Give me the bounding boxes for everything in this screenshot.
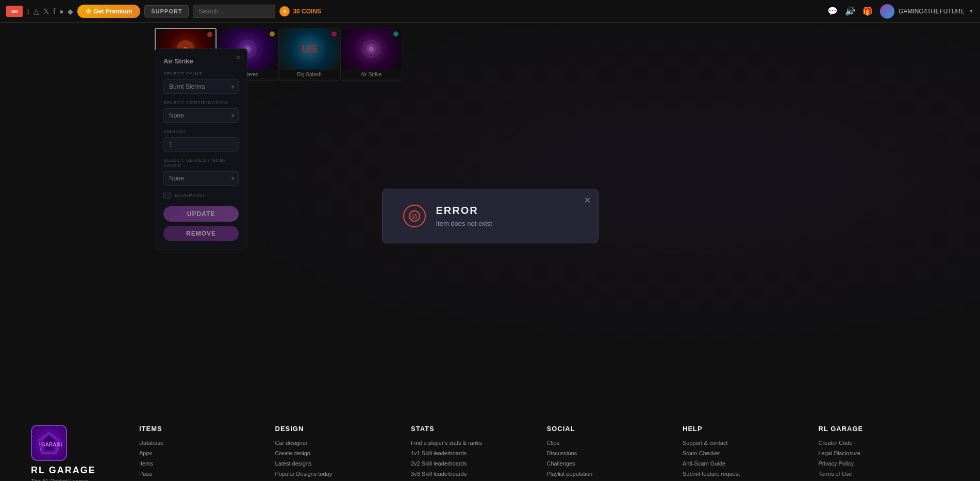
search-input[interactable] [193,5,275,18]
footer-col-rl-garage: RL GARAGECreator CodeLegal DisclosurePri… [813,425,950,481]
error-title: ERROR [436,205,492,217]
footer-brand: GARAGE RL GARAGE The #1 Rocket League 12… [31,425,134,481]
error-text: ERROR Item does not exist [436,205,492,227]
coins-badge[interactable]: ● 30 COINS [279,6,321,16]
footer-link[interactable]: Scam-Checker [683,450,808,456]
footer-link[interactable]: Playlist population [547,471,673,477]
gift-icon[interactable]: 🎁 [862,6,873,16]
footer-link[interactable]: Submit feature request [683,471,808,477]
footer-logo: GARAGE [31,425,67,461]
footer-col-title: STATS [411,425,537,433]
site-logo[interactable]: Sw [6,6,23,17]
footer: GARAGE RL GARAGE The #1 Rocket League 12… [0,409,980,481]
footer-col-title: HELP [683,425,808,433]
footer-col-help: HELPSupport & contactScam-CheckerAnti-Sc… [677,425,813,481]
footer-link[interactable]: Pass [139,471,265,477]
footer-col-title: ITEMS [139,425,265,433]
footer-link[interactable]: Popular Designs today [275,471,401,477]
footer-link[interactable]: Creator Code [819,440,944,446]
get-premium-button[interactable]: ♔ Get Premium [77,5,140,18]
footer-col-social: SOCIALClipsDiscussionsChallengesPlaylist… [542,425,678,481]
footer-link[interactable]: 1v1 Skill leaderboards [411,450,537,456]
footer-link[interactable]: Clips [547,440,673,446]
steam-icon[interactable]: ● [59,7,63,15]
footer-link[interactable]: Items [139,460,265,467]
apple-icon[interactable]:  [27,7,29,15]
footer-col-items: ITEMSDatabaseAppsItemsPassGiveaways [134,425,270,481]
avatar [880,4,894,19]
error-message: Item does not exist [436,220,492,227]
footer-col-title: RL GARAGE [819,425,944,433]
footer-col-title: SOCIAL [547,425,673,433]
error-close-button[interactable]: ✕ [584,195,591,205]
footer-link[interactable]: Create design [275,450,401,456]
footer-link[interactable]: 3v3 Skill leaderboards [411,471,537,477]
footer-link[interactable]: Privacy Policy [819,460,944,467]
svg-text:GARAGE: GARAGE [41,442,62,447]
main-content: Air Strike Shattered US Big Splash [0,23,980,409]
footer-link[interactable]: Anti-Scam Guide [683,460,808,467]
footer-logo-svg: GARAGE [36,430,62,456]
chevron-down-icon: ▼ [969,8,974,14]
footer-link[interactable]: Challenges [547,460,673,467]
nav-right-icons: 💬 🔊 🎁 GAMING4THEFUTURE ▼ [827,4,974,19]
error-overlay: ✕ ⊘ ERROR Item does not exist [0,23,980,409]
footer-link[interactable]: Terms of Use [819,471,944,477]
footer-link[interactable]: Apps [139,450,265,456]
twitter-icon[interactable]: 𝕏 [43,7,49,15]
error-dialog: ✕ ⊘ ERROR Item does not exist [382,189,599,243]
discord-icon[interactable]: ◆ [68,7,73,15]
footer-col-design: DESIGNCar designerCreate designLatest de… [270,425,406,481]
android-icon[interactable]: △ [34,7,39,15]
error-ban-icon: ⊘ [409,210,420,222]
footer-link[interactable]: Find a player's stats & ranks [411,440,537,446]
footer-columns: ITEMSDatabaseAppsItemsPassGiveawaysDESIG… [134,425,949,481]
footer-link[interactable]: Discussions [547,450,673,456]
footer-link[interactable]: Latest designs [275,460,401,467]
footer-col-stats: STATSFind a player's stats & ranks1v1 Sk… [406,425,542,481]
chat-icon[interactable]: 💬 [827,6,838,16]
support-button[interactable]: SUPPORT [144,5,189,18]
footer-brand-name: RL GARAGE [31,465,134,476]
footer-link[interactable]: Database [139,440,265,446]
top-navigation: Sw  △ 𝕏 f ● ◆ ♔ Get Premium SUPPORT ● 3… [0,0,980,23]
footer-link[interactable]: Support & contact [683,440,808,446]
user-badge[interactable]: GAMING4THEFUTURE ▼ [880,4,974,19]
crown-icon: ♔ [86,8,91,15]
coins-icon: ● [279,6,290,16]
footer-col-title: DESIGN [275,425,401,433]
facebook-icon[interactable]: f [53,7,55,15]
error-icon: ⊘ [403,205,426,227]
footer-link[interactable]: 2v2 Skill leaderboards [411,460,537,467]
footer-link[interactable]: Car designer [275,440,401,446]
footer-tagline: The #1 Rocket League [31,478,134,481]
notification-icon[interactable]: 🔊 [845,6,855,16]
footer-link[interactable]: Legal Disclosure [819,450,944,456]
platform-icons:  △ 𝕏 f ● ◆ [27,7,73,15]
